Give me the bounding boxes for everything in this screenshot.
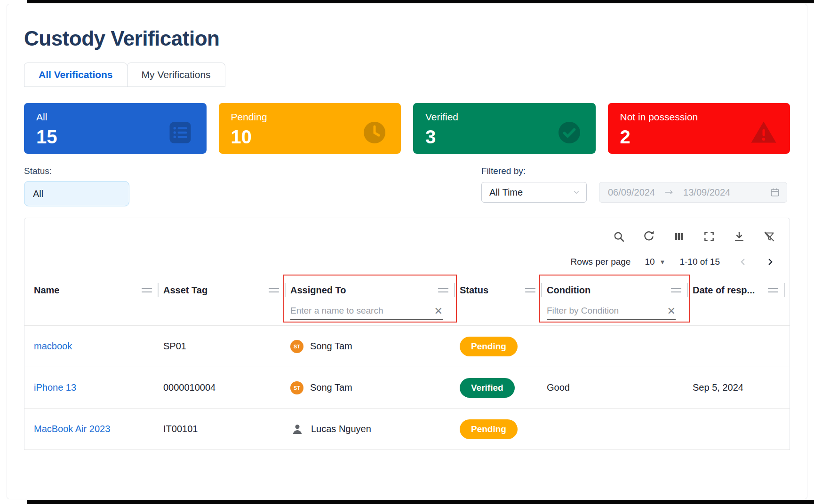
column-header-assigned-to[interactable]: Assigned To ✕ — [290, 283, 460, 320]
next-page-button[interactable] — [765, 257, 775, 267]
column-label: Name — [34, 285, 59, 296]
arrow-right-icon — [664, 189, 674, 196]
time-filter-value: All Time — [489, 187, 523, 198]
drag-handle-icon[interactable] — [768, 287, 778, 293]
rows-per-page-label: Rows per page — [571, 257, 631, 267]
clear-filter-icon[interactable]: ✕ — [667, 306, 676, 316]
stat-value: 2 — [620, 126, 698, 148]
column-label: Asset Tag — [163, 285, 207, 296]
avatar: ST — [290, 381, 303, 394]
search-icon[interactable] — [613, 230, 625, 243]
date-from: 06/09/2024 — [608, 187, 655, 198]
status-select-value: All — [33, 189, 43, 199]
stat-card-all[interactable]: All 15 — [24, 103, 207, 154]
cell-asset-tag: SP01 — [163, 341, 186, 352]
column-resize-handle[interactable] — [541, 283, 542, 297]
app-frame: Custody Verification All Verifications M… — [7, 4, 807, 499]
column-label: Condition — [547, 285, 591, 296]
cell-assigned-to: Song Tam — [310, 341, 352, 352]
clear-filter-icon[interactable]: ✕ — [434, 306, 443, 316]
column-resize-handle[interactable] — [285, 283, 286, 297]
stat-value: 15 — [36, 126, 57, 148]
date-to: 13/09/2024 — [683, 187, 730, 198]
status-label: Status: — [24, 166, 129, 176]
table-toolbar — [24, 218, 790, 243]
stat-card-not-in-possession[interactable]: Not in possession 2 — [608, 103, 790, 154]
column-header-asset-tag[interactable]: Asset Tag — [163, 283, 290, 297]
drag-handle-icon[interactable] — [142, 287, 152, 293]
stat-label: All — [36, 111, 57, 123]
check-circle-icon — [555, 118, 583, 147]
column-header-condition[interactable]: Condition ✕ — [547, 283, 693, 320]
filter-off-icon[interactable] — [763, 230, 775, 243]
chevron-down-icon — [572, 188, 581, 197]
column-header-name[interactable]: Name — [24, 283, 163, 297]
rows-per-page-select[interactable]: 10 ▼ — [645, 257, 665, 267]
status-select[interactable]: All — [24, 181, 129, 206]
stat-cards: All 15 Pending 10 Verified 3 — [24, 103, 790, 154]
stat-value: 3 — [425, 126, 458, 148]
window-edge-bottom — [27, 500, 814, 504]
assigned-to-filter-input[interactable] — [290, 305, 431, 318]
cell-assigned-to: Song Tam — [310, 382, 352, 393]
time-filter-select[interactable]: All Time — [481, 182, 587, 203]
pagination-range: 1-10 of 15 — [679, 257, 720, 267]
cell-assigned-to: Lucas Nguyen — [311, 424, 371, 434]
previous-page-button[interactable] — [738, 257, 748, 267]
column-resize-handle[interactable] — [784, 283, 785, 297]
page-content: Custody Verification All Verifications M… — [7, 4, 807, 450]
refresh-icon[interactable] — [643, 230, 655, 243]
warning-icon — [750, 118, 778, 147]
table-header-row: Name Asset Tag — [24, 283, 790, 326]
cell-condition: Good — [547, 382, 570, 393]
condition-filter: ✕ — [547, 305, 676, 320]
filter-band: Status: All Filtered by: All Time 06/09/… — [24, 166, 790, 206]
tab-all-verifications[interactable]: All Verifications — [24, 63, 128, 87]
status-filter-group: Status: All — [24, 166, 129, 206]
column-resize-handle[interactable] — [687, 283, 688, 297]
tab-bar: All Verifications My Verifications — [24, 63, 790, 87]
column-header-status[interactable]: Status — [460, 283, 547, 297]
column-resize-handle[interactable] — [158, 283, 159, 297]
fullscreen-icon[interactable] — [703, 230, 715, 243]
filtered-by-label: Filtered by: — [481, 166, 787, 176]
column-header-date-of-response[interactable]: Date of resp... — [693, 283, 790, 297]
rows-per-page-value: 10 — [645, 257, 654, 267]
tab-label: All Verifications — [39, 69, 113, 80]
date-range-picker[interactable]: 06/09/2024 13/09/2024 — [599, 182, 787, 203]
clock-icon — [360, 118, 389, 147]
table-row[interactable]: MacBook Air 2023 IT00101 Lucas Nguyen Pe… — [24, 409, 790, 450]
asset-name-link[interactable]: macbook — [34, 341, 72, 352]
cell-asset-tag: IT00101 — [163, 424, 198, 434]
calendar-icon — [770, 187, 780, 197]
column-label: Assigned To — [290, 285, 346, 296]
drag-handle-icon[interactable] — [525, 287, 535, 293]
stat-value: 10 — [231, 126, 267, 148]
stat-card-verified[interactable]: Verified 3 — [413, 103, 596, 154]
status-badge: Pending — [460, 337, 518, 356]
window-edge-top — [27, 0, 814, 3]
table-row[interactable]: macbook SP01 ST Song Tam Pending — [24, 326, 790, 367]
condition-filter-input[interactable] — [547, 305, 664, 318]
stat-card-pending[interactable]: Pending 10 — [219, 103, 401, 154]
drag-handle-icon[interactable] — [671, 287, 681, 293]
assigned-to-filter: ✕ — [290, 305, 443, 320]
pagination-bar: Rows per page 10 ▼ 1-10 of 15 — [24, 243, 790, 267]
asset-name-link[interactable]: iPhone 13 — [34, 382, 76, 393]
asset-name-link[interactable]: MacBook Air 2023 — [34, 424, 110, 434]
caret-down-icon: ▼ — [660, 259, 666, 266]
stat-label: Not in possession — [620, 111, 698, 123]
drag-handle-icon[interactable] — [438, 287, 448, 293]
columns-icon[interactable] — [673, 230, 685, 243]
table-row[interactable]: iPhone 13 0000010004 ST Song Tam Verifie… — [24, 367, 790, 409]
person-icon — [290, 422, 304, 436]
status-badge: Verified — [460, 378, 515, 398]
verifications-table: Rows per page 10 ▼ 1-10 of 15 — [24, 218, 790, 450]
download-icon[interactable] — [733, 230, 745, 243]
list-icon — [166, 118, 194, 147]
tab-my-verifications[interactable]: My Verifications — [127, 63, 225, 87]
drag-handle-icon[interactable] — [269, 287, 279, 293]
column-label: Status — [460, 285, 488, 296]
avatar: ST — [290, 340, 303, 353]
column-resize-handle[interactable] — [454, 283, 455, 297]
